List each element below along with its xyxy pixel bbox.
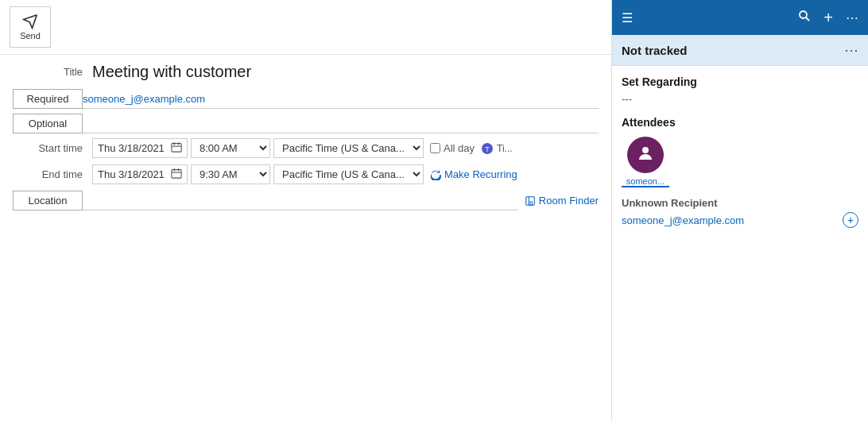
- header-icons-right: + ⋯: [798, 9, 858, 27]
- not-tracked-bar: Not tracked ⋯: [612, 35, 868, 66]
- svg-text:T: T: [485, 145, 490, 153]
- avatar-name: someon...: [622, 176, 669, 187]
- teams-label: Ti...: [497, 143, 513, 154]
- avatar[interactable]: [627, 137, 664, 173]
- not-tracked-text: Not tracked: [622, 44, 688, 57]
- add-recipient-button[interactable]: +: [843, 212, 858, 228]
- hamburger-icon[interactable]: ☰: [622, 10, 633, 25]
- start-date-wrapper: [92, 138, 188, 158]
- avatar-icon: [636, 144, 655, 167]
- send-icon: [22, 14, 38, 29]
- teams-icon: T: [481, 142, 494, 155]
- title-row: Title: [13, 63, 599, 81]
- header-icons-left: ☰: [622, 10, 633, 25]
- allday-checkbox[interactable]: [430, 143, 440, 153]
- svg-rect-0: [172, 144, 181, 153]
- required-email-input[interactable]: [83, 90, 599, 109]
- recurring-icon: [430, 169, 441, 180]
- svg-point-15: [642, 147, 649, 153]
- end-timezone-select[interactable]: Pacific Time (US & Cana...: [273, 164, 424, 184]
- room-finder-link[interactable]: Room Finder: [525, 195, 599, 207]
- teams-wrapper: T Ti...: [481, 142, 513, 155]
- recipient-email-text: someone_j@example.com: [622, 214, 744, 226]
- attendees-label: Attendees: [622, 116, 858, 129]
- optional-row: Optional: [13, 114, 599, 133]
- recurring-label: Make Recurring: [444, 168, 517, 180]
- title-label: Title: [13, 66, 92, 78]
- search-icon[interactable]: [798, 10, 811, 25]
- send-button[interactable]: Send: [10, 6, 51, 48]
- recipient-email-row: someone_j@example.com +: [622, 212, 858, 228]
- more-icon[interactable]: ⋯: [846, 10, 858, 25]
- room-finder-label: Room Finder: [539, 195, 599, 207]
- unknown-recipient-label: Unknown Recipient: [622, 197, 858, 209]
- start-calendar-icon[interactable]: [171, 141, 182, 155]
- right-panel: ☰ + ⋯ Not tracked ⋯ Set Regarding --- At…: [612, 0, 868, 421]
- svg-line-14: [806, 17, 809, 21]
- room-finder-icon: [525, 195, 536, 207]
- start-time-label: Start time: [13, 142, 92, 154]
- set-regarding-label: Set Regarding: [622, 75, 858, 88]
- left-panel: Send Title Required Optional Start time: [0, 0, 612, 421]
- form-area: Title Required Optional Start time 8:00 …: [0, 55, 611, 421]
- attendee-item: someon...: [622, 137, 669, 187]
- right-content: Set Regarding --- Attendees someon... Un…: [612, 66, 868, 421]
- person-icon: [636, 144, 655, 163]
- make-recurring-link[interactable]: Make Recurring: [430, 168, 517, 180]
- end-calendar-icon[interactable]: [171, 168, 182, 181]
- dashes-text: ---: [622, 93, 858, 105]
- required-button[interactable]: Required: [13, 89, 83, 109]
- right-header: ☰ + ⋯: [612, 0, 868, 35]
- end-time-label: End time: [13, 168, 92, 180]
- start-date-input[interactable]: [98, 142, 168, 154]
- start-time-row: Start time 8:00 AM Pacific Time (US & Ca…: [13, 138, 599, 158]
- end-date-wrapper: [92, 164, 188, 184]
- location-input[interactable]: [83, 191, 518, 210]
- allday-label[interactable]: All day: [444, 142, 475, 154]
- svg-rect-6: [172, 170, 181, 179]
- svg-point-13: [800, 11, 807, 18]
- optional-email-input[interactable]: [83, 114, 599, 133]
- end-date-input[interactable]: [98, 168, 168, 180]
- end-time-row: End time 9:30 AM Pacific Time (US & Cana…: [13, 164, 599, 184]
- location-button[interactable]: Location: [13, 191, 83, 210]
- add-icon[interactable]: +: [823, 9, 833, 27]
- start-time-select[interactable]: 8:00 AM: [191, 138, 270, 158]
- allday-wrapper: All day: [430, 142, 475, 154]
- end-time-select[interactable]: 9:30 AM: [191, 164, 270, 184]
- required-row: Required: [13, 89, 599, 109]
- title-input[interactable]: [92, 63, 599, 81]
- start-timezone-select[interactable]: Pacific Time (US & Cana...: [273, 138, 424, 158]
- optional-button[interactable]: Optional: [13, 114, 83, 133]
- location-row: Location Room Finder: [13, 191, 599, 210]
- send-label: Send: [20, 31, 41, 41]
- not-tracked-menu-icon[interactable]: ⋯: [844, 41, 858, 59]
- unknown-recipient-section: Unknown Recipient someone_j@example.com …: [622, 197, 858, 228]
- toolbar: Send: [0, 0, 611, 55]
- svg-rect-12: [530, 201, 533, 204]
